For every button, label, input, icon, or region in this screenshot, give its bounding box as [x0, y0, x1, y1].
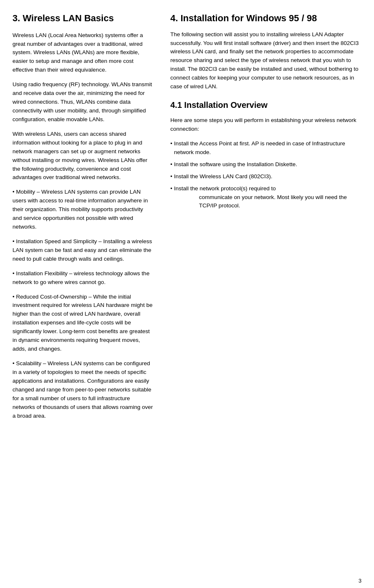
install-bullet-2: • Install the software using the Install…	[170, 160, 362, 169]
bullet-dot-3: •	[170, 172, 172, 181]
right-subsection-intro: Here are some steps you will perform in …	[170, 116, 362, 134]
left-paragraph-3: With wireless LANs, users can access sha…	[12, 130, 154, 182]
left-bullet-2: Installation Speed and Simplicity – Inst…	[12, 237, 154, 264]
install-bullet-4: • Install the network protocol(s) requir…	[170, 184, 362, 211]
install-bullet-4-text: Install the network protocol(s) required…	[174, 184, 362, 211]
install-bullet-4-main: Install the network protocol(s) required…	[174, 185, 276, 192]
left-bullet-1: Mobility – Wireless LAN systems can prov…	[12, 188, 154, 232]
page-container: 3. Wireless LAN Basics Wireless LAN (Loc…	[0, 0, 374, 588]
left-section-title: 3. Wireless LAN Basics	[12, 12, 154, 25]
install-bullet-1: • Install the Access Point at first. AP …	[170, 140, 362, 157]
right-section-title: 4. Installation for Windows 95 / 98	[170, 12, 362, 25]
page-number: 3	[359, 578, 362, 584]
install-bullet-3-text: Install the Wireless LAN Card (802CI3).	[174, 172, 362, 181]
left-paragraph-2: Using radio frequency (RF) technology. W…	[12, 80, 154, 124]
right-subsection-title: 4.1 Installation Overview	[170, 100, 362, 110]
left-paragraph-1: Wireless LAN (Local Area Networks) syste…	[12, 31, 154, 75]
left-bullet-4: Reduced Cost-of-Ownership – While the in…	[12, 293, 154, 354]
install-bullet-2-text: Install the software using the Installat…	[174, 160, 362, 169]
left-bullet-3: Installation Flexibility – wireless tech…	[12, 269, 154, 287]
install-bullet-1-text: Install the Access Point at first. AP is…	[174, 140, 362, 157]
bullet-dot-1: •	[170, 140, 172, 148]
install-bullet-3: • Install the Wireless LAN Card (802CI3)…	[170, 172, 362, 181]
install-bullet-4-indent: communicate on your network. Most likely…	[199, 193, 362, 211]
left-column: 3. Wireless LAN Basics Wireless LAN (Loc…	[0, 8, 162, 580]
right-intro-paragraph: The following section will assist you to…	[170, 30, 362, 91]
bullet-dot-2: •	[170, 160, 172, 169]
bullet-dot-4: •	[170, 184, 172, 193]
left-bullet-5: Scalability – Wireless LAN systems can b…	[12, 359, 154, 420]
right-column: 4. Installation for Windows 95 / 98 The …	[162, 8, 374, 580]
